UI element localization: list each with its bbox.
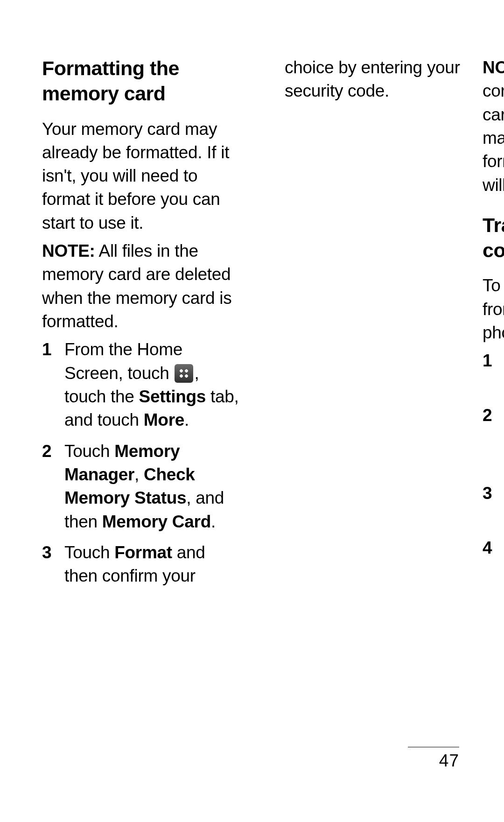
ui-label: More xyxy=(144,410,184,429)
manual-page: Formatting the memory card Your memory c… xyxy=(0,0,504,822)
note-text: If there is existing content on your mem… xyxy=(483,58,504,195)
heading-transferring-contacts: Transferring your contacts xyxy=(483,213,504,263)
paragraph: To transfer your contacts from your SIM … xyxy=(483,274,504,344)
step-item: From the Home Screen, touch , touch the … xyxy=(42,338,242,432)
step-text: . xyxy=(211,512,216,531)
paragraph: Your memory card may already be formatte… xyxy=(42,118,242,235)
page-footer: 47 xyxy=(408,747,459,771)
step-text: . xyxy=(184,410,189,429)
note-paragraph: NOTE: If there is existing content on yo… xyxy=(483,56,504,197)
step-text: Touch xyxy=(64,442,114,461)
content-columns: Formatting the memory card Your memory c… xyxy=(42,56,462,616)
heading-formatting-memory-card: Formatting the memory card xyxy=(42,56,242,106)
step-item: Touch Select All or select names, one by… xyxy=(483,536,504,607)
step-item: Touch , touch , then touch SIM Managemen… xyxy=(483,404,504,474)
footer-rule xyxy=(408,747,459,747)
ui-label: Settings xyxy=(139,387,206,406)
apps-icon xyxy=(175,364,193,383)
step-text: From the Home Screen, touch xyxy=(64,340,182,382)
step-item: Touch Copy Contacts from SIM. xyxy=(483,482,504,529)
steps-transferring: From the Home Screen, touch . Touch , to… xyxy=(483,349,504,606)
page-number: 47 xyxy=(408,751,459,771)
step-item: Touch Memory Manager, Check Memory Statu… xyxy=(42,440,242,534)
ui-label: Format xyxy=(114,543,172,562)
note-paragraph: NOTE: All files in the memory card are d… xyxy=(42,239,242,333)
step-text: Touch xyxy=(64,543,114,562)
note-lead: NOTE: xyxy=(483,58,504,77)
ui-label: Memory Card xyxy=(102,512,211,531)
step-item: From the Home Screen, touch . xyxy=(483,349,504,396)
step-text: , xyxy=(134,465,144,484)
note-lead: NOTE: xyxy=(42,241,95,260)
